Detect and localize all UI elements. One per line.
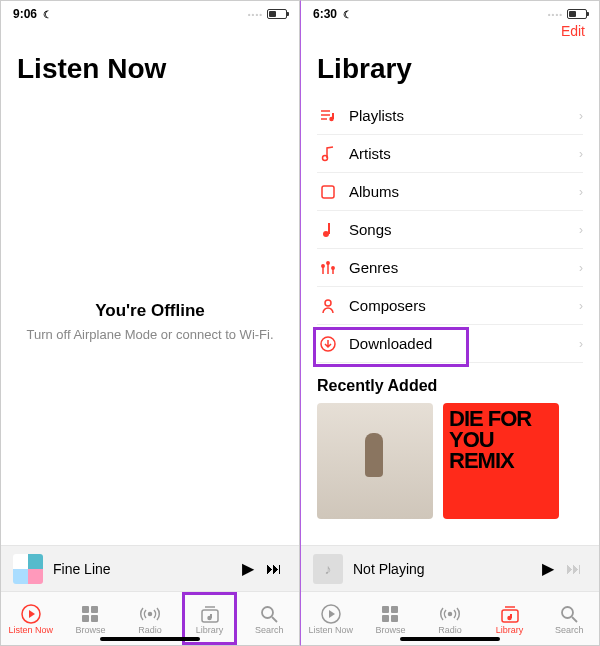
svg-point-9 [330,117,333,120]
album-tile[interactable] [317,403,433,519]
tab-label: Listen Now [9,625,54,635]
home-indicator[interactable] [400,637,500,641]
screen-library: 6:30 ☾ •••• Edit Library Playlists › Art… [300,0,600,646]
downloaded-icon [317,336,339,352]
svg-rect-13 [328,223,330,234]
svg-rect-11 [322,186,334,198]
row-artists[interactable]: Artists › [317,135,583,173]
battery-icon [567,9,587,19]
offline-panel: You're Offline Turn off Airplane Mode or… [1,97,299,545]
svg-point-7 [208,616,211,619]
chevron-right-icon: › [579,261,583,275]
tab-search[interactable]: Search [539,592,599,645]
now-playing-artwork [13,554,43,584]
chevron-right-icon: › [579,299,583,313]
chevron-right-icon: › [579,337,583,351]
album-tile[interactable]: DIE FOR YOU REMIX [443,403,559,519]
svg-rect-20 [382,606,389,613]
play-button[interactable]: ▶ [535,559,561,578]
row-genres[interactable]: Genres › [317,249,583,287]
row-label: Artists [349,145,579,162]
next-button[interactable]: ⏭ [561,560,587,578]
tab-label: Radio [138,625,162,635]
tab-search[interactable]: Search [239,592,299,645]
svg-rect-2 [91,606,98,613]
songs-icon [317,222,339,238]
page-title: Listen Now [1,45,299,97]
svg-point-26 [508,616,511,619]
dnd-moon-icon: ☾ [343,9,352,20]
tab-label: Search [555,625,584,635]
composers-icon [317,298,339,314]
now-playing-title: Fine Line [53,561,235,577]
radio-waves-icon [139,603,161,625]
recently-added-grid: DIE FOR YOU REMIX [301,403,599,519]
albums-icon [317,185,339,199]
svg-point-14 [322,264,324,266]
chevron-right-icon: › [579,223,583,237]
row-label: Songs [349,221,579,238]
home-indicator[interactable] [100,637,200,641]
status-bar: 9:06 ☾ •••• [1,1,299,23]
tab-label: Library [196,625,224,635]
chevron-right-icon: › [579,147,583,161]
svg-rect-3 [82,615,89,622]
next-button[interactable]: ⏭ [261,560,287,578]
svg-point-15 [327,261,329,263]
tab-label: Listen Now [309,625,354,635]
edit-button[interactable]: Edit [561,23,585,39]
play-circle-icon [21,603,41,625]
page-title: Library [301,45,599,97]
tab-label: Browse [375,625,405,635]
row-label: Composers [349,297,579,314]
svg-point-24 [448,612,451,615]
grid-icon [81,603,99,625]
now-playing-bar[interactable]: Fine Line ▶ ⏭ [1,545,299,591]
signal-dots-icon: •••• [248,10,263,19]
chevron-right-icon: › [579,185,583,199]
row-label: Downloaded [349,335,579,352]
tab-label: Search [255,625,284,635]
row-label: Playlists [349,107,579,124]
svg-point-16 [332,266,334,268]
row-composers[interactable]: Composers › [317,287,583,325]
tab-label: Browse [75,625,105,635]
status-time: 9:06 [13,7,37,21]
tab-label: Library [496,625,524,635]
playlists-icon [317,109,339,123]
now-playing-bar[interactable]: ♪ Not Playing ▶ ⏭ [301,545,599,591]
svg-point-8 [262,607,273,618]
status-time: 6:30 [313,7,337,21]
play-circle-icon [321,603,341,625]
svg-rect-23 [391,615,398,622]
library-list: Playlists › Artists › Albums › Songs › G… [301,97,599,363]
tab-listen-now[interactable]: Listen Now [1,592,61,645]
tab-label: Radio [438,625,462,635]
library-icon [500,603,520,625]
album-title: DIE FOR YOU REMIX [449,406,531,473]
genres-icon [317,261,339,275]
signal-dots-icon: •••• [548,10,563,19]
chevron-right-icon: › [579,109,583,123]
row-songs[interactable]: Songs › [317,211,583,249]
tab-listen-now[interactable]: Listen Now [301,592,361,645]
dnd-moon-icon: ☾ [43,9,52,20]
search-icon [260,603,278,625]
svg-rect-22 [382,615,389,622]
recently-added-heading: Recently Added [301,363,599,403]
svg-rect-1 [82,606,89,613]
play-button[interactable]: ▶ [235,559,261,578]
artists-icon [317,146,339,162]
svg-point-5 [148,612,151,615]
status-bar: 6:30 ☾ •••• [301,1,599,23]
row-label: Albums [349,183,579,200]
row-playlists[interactable]: Playlists › [317,97,583,135]
battery-icon [267,9,287,19]
row-downloaded[interactable]: Downloaded › [317,325,583,363]
screen-listen-now: 9:06 ☾ •••• Listen Now You're Offline Tu… [0,0,300,646]
grid-icon [381,603,399,625]
row-label: Genres [349,259,579,276]
row-albums[interactable]: Albums › [317,173,583,211]
now-playing-title: Not Playing [353,561,535,577]
svg-rect-21 [391,606,398,613]
